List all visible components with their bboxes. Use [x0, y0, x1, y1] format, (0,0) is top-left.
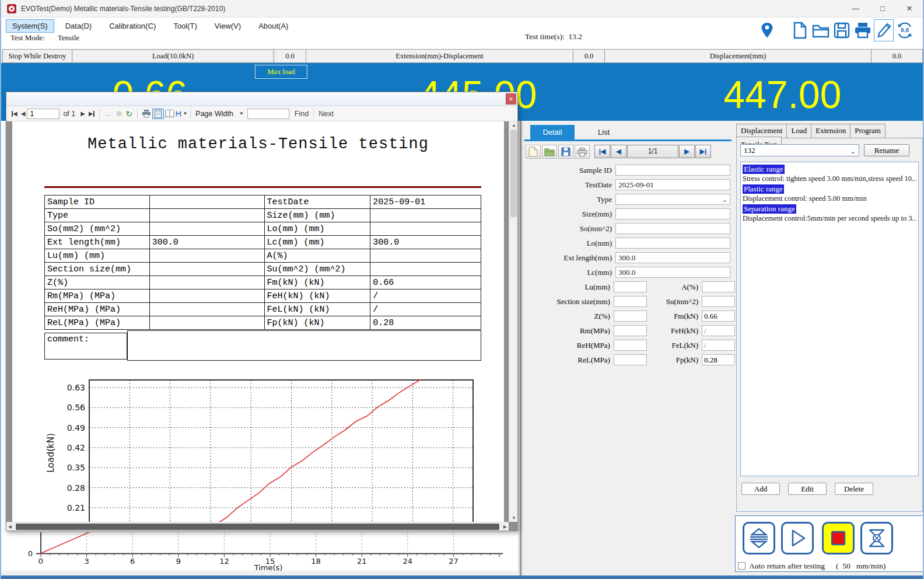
next-page-icon[interactable]: ▶: [80, 110, 85, 117]
panel-splitter[interactable]: [518, 121, 523, 575]
refresh-icon[interactable]: ↻: [126, 109, 133, 118]
field-input-fmkn[interactable]: 0.66: [702, 311, 735, 322]
record-first-icon[interactable]: |◀: [594, 145, 610, 158]
close-button[interactable]: ✕: [896, 0, 923, 18]
field-input-sampleid[interactable]: [615, 165, 730, 176]
tab-list[interactable]: List: [586, 125, 621, 139]
program-step[interactable]: Plastic range: [743, 183, 916, 194]
zoom-mode-chevron-icon[interactable]: ▼: [239, 111, 244, 116]
open-folder-icon[interactable]: [811, 19, 831, 41]
page-setup-icon[interactable]: [164, 109, 176, 119]
new-file-icon[interactable]: [790, 19, 810, 41]
report-cell-label: A(%): [264, 249, 370, 263]
field-input-sectionsizemm[interactable]: [614, 296, 647, 307]
run-test-button[interactable]: [781, 522, 814, 554]
report-cell-label: Fm(kN) (kN): [264, 276, 370, 290]
field-input-fehkn[interactable]: /: [702, 325, 735, 336]
preview-title-bar[interactable]: ✕: [6, 92, 517, 106]
print-icon[interactable]: [853, 19, 873, 41]
record-last-icon[interactable]: ▶|: [695, 145, 711, 158]
export-save-icon[interactable]: ▼: [176, 109, 187, 119]
field-input-felkn[interactable]: /: [702, 340, 735, 351]
delete-button[interactable]: Delete: [835, 483, 873, 495]
record-save-icon[interactable]: [558, 145, 573, 159]
field-input-lcmm[interactable]: 300.0: [615, 267, 730, 278]
report-preview-window: ✕ ◀ ◀ of 1 ▶ ▶ ← ⊗ ↻ ▼: [6, 92, 518, 531]
record-next-icon[interactable]: ▶: [679, 145, 695, 158]
program-steps-list[interactable]: Elastic rangeStress control: tighten spe…: [740, 162, 919, 476]
field-input-lomm[interactable]: [615, 238, 730, 249]
vertical-scroll-thumb[interactable]: [510, 130, 517, 217]
find-button[interactable]: Find: [295, 110, 309, 118]
report-cell-label: FeL(kN) (kN): [264, 303, 370, 316]
find-input[interactable]: [247, 109, 289, 119]
record-open-icon[interactable]: [542, 145, 557, 159]
location-pin-icon[interactable]: [757, 19, 777, 41]
horizontal-scroll-thumb[interactable]: [16, 524, 499, 530]
edit-button[interactable]: Edit: [788, 483, 827, 495]
save-icon[interactable]: [832, 19, 852, 41]
jog-crosshead-button[interactable]: [743, 522, 775, 554]
tab-detail[interactable]: Detail: [530, 125, 575, 139]
field-input-testdate[interactable]: 2025-09-01: [615, 179, 730, 190]
field-input-extlengthmm[interactable]: 300.0: [615, 252, 730, 263]
return-zero-icon[interactable]: 0.0: [895, 19, 915, 41]
preview-content: Metallic materials-Tensile testing Sampl…: [6, 121, 517, 531]
program-step[interactable]: Elastic range: [743, 163, 916, 174]
find-next-button[interactable]: Next: [318, 110, 334, 118]
last-page-icon[interactable]: ▶: [89, 110, 94, 117]
tab-load[interactable]: Load: [786, 124, 811, 138]
svg-text:Time(s): Time(s): [254, 563, 283, 571]
record-prev-icon[interactable]: ◀: [611, 145, 626, 158]
field-input-summ2[interactable]: [702, 296, 735, 307]
program-step[interactable]: Separation range: [743, 203, 916, 214]
report-table-row: TypeSize(mm) (mm): [45, 209, 481, 222]
preview-close-icon[interactable]: ✕: [506, 93, 516, 104]
field-input-z[interactable]: [614, 311, 647, 322]
preview-horizontal-scrollbar[interactable]: ◀ ▶: [6, 522, 509, 531]
field-input-relmpa[interactable]: [614, 354, 647, 365]
stop-refresh-icon[interactable]: ⊗: [116, 109, 123, 118]
back-icon[interactable]: ←: [104, 109, 113, 118]
menu-item-toolt[interactable]: Tool(T): [167, 19, 203, 33]
menu-item-calibrationc[interactable]: Calibration(C): [103, 19, 162, 33]
field-input-type[interactable]: ⌄: [615, 194, 730, 205]
return-speed-value[interactable]: 50: [842, 561, 850, 570]
minimize-button[interactable]: —: [842, 0, 869, 18]
return-crosshead-button[interactable]: [860, 522, 893, 554]
field-input-rehmpa[interactable]: [614, 340, 647, 351]
add-button[interactable]: Add: [741, 483, 780, 495]
tab-displacement[interactable]: Displacement: [736, 124, 787, 138]
menu-item-viewv[interactable]: View(V): [208, 19, 247, 33]
menu-item-abouta[interactable]: About(A): [252, 19, 295, 33]
preview-vertical-scrollbar[interactable]: ▲ ▼: [509, 121, 517, 522]
record-print-icon[interactable]: [575, 145, 590, 159]
menu-item-systems[interactable]: System(S): [6, 19, 54, 33]
max-load-badge[interactable]: Max load: [255, 65, 307, 79]
field-input-rmmpa[interactable]: [614, 325, 647, 336]
tab-program[interactable]: Program: [850, 124, 886, 138]
tab-extension[interactable]: Extension: [811, 124, 850, 138]
prev-page-icon[interactable]: ◀: [21, 110, 26, 117]
field-input-sizemm[interactable]: [615, 208, 730, 219]
field-input-somm2[interactable]: [615, 223, 730, 234]
method-select[interactable]: 132⌄: [740, 144, 859, 156]
zoom-mode-select[interactable]: Page Width: [195, 110, 233, 118]
window-title: EVOTest(Demo) Metallic materials-Tensile…: [21, 5, 225, 13]
auto-return-checkbox[interactable]: [738, 562, 746, 570]
rename-button[interactable]: Rename: [864, 144, 909, 156]
detail-field-row: Type⌄: [523, 192, 735, 207]
maximize-button[interactable]: □: [869, 0, 896, 18]
print-report-icon[interactable]: [141, 109, 152, 119]
step-description: Displacement control:5mm/min per second …: [743, 214, 916, 223]
record-new-icon[interactable]: [526, 145, 541, 159]
field-input-a[interactable]: [702, 281, 735, 292]
page-number-input[interactable]: [27, 109, 60, 119]
edit-pencil-icon[interactable]: [874, 19, 894, 41]
first-page-icon[interactable]: ◀: [12, 110, 18, 117]
menu-item-datad[interactable]: Data(D): [59, 19, 99, 33]
field-input-fpkn[interactable]: 0.28: [702, 354, 735, 365]
field-input-lumm[interactable]: [614, 281, 647, 292]
stop-test-button[interactable]: [822, 522, 855, 554]
print-layout-icon[interactable]: [152, 109, 164, 119]
